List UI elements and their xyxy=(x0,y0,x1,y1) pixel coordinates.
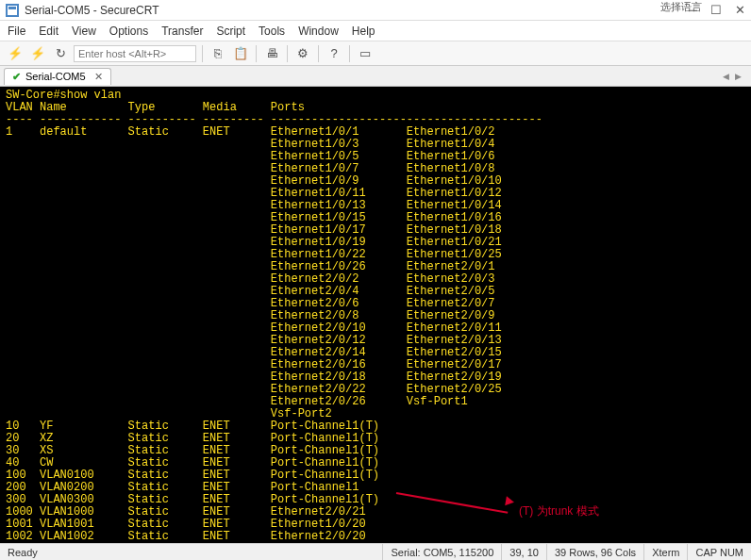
status-cursor-pos: 39, 10 xyxy=(502,544,547,560)
menu-file[interactable]: File xyxy=(8,25,25,38)
app-icon xyxy=(6,4,19,17)
host-input[interactable] xyxy=(74,45,196,62)
separator xyxy=(256,45,257,62)
print-icon[interactable]: 🖶 xyxy=(262,44,281,63)
status-size: 39 Rows, 96 Cols xyxy=(547,544,644,560)
status-ready: Ready xyxy=(0,544,383,560)
separator xyxy=(349,45,350,62)
menu-window[interactable]: Window xyxy=(298,25,339,38)
separator xyxy=(287,45,288,62)
window-title: Serial-COM5 - SecureCRT xyxy=(25,4,689,17)
tab-label: Serial-COM5 xyxy=(25,71,86,82)
svg-rect-2 xyxy=(8,7,16,9)
tab-serial-com5[interactable]: ✔ Serial-COM5 ✕ xyxy=(4,68,111,85)
tab-bar: ✔ Serial-COM5 ✕ ◀ ▶ xyxy=(0,66,751,87)
check-icon: ✔ xyxy=(12,71,21,83)
status-bar: Ready Serial: COM5, 115200 39, 10 39 Row… xyxy=(0,543,751,560)
help-icon[interactable]: ? xyxy=(325,44,343,63)
reconnect-icon[interactable]: ↻ xyxy=(51,44,70,63)
menu-transfer[interactable]: Transfer xyxy=(161,25,203,38)
toolbar: ⚡ ⚡ ↻ ⎘ 📋 🖶 ⚙ ? ▭ xyxy=(0,41,751,66)
status-caps: CAP NUM xyxy=(688,544,751,560)
settings-icon[interactable]: ⚙ xyxy=(293,44,312,63)
status-mode: Xterm xyxy=(644,544,688,560)
tab-close-icon[interactable]: ✕ xyxy=(94,71,103,83)
menu-edit[interactable]: Edit xyxy=(39,25,58,38)
tab-next-icon[interactable]: ▶ xyxy=(735,72,742,81)
close-button[interactable]: ✕ xyxy=(735,3,745,17)
tab-prev-icon[interactable]: ◀ xyxy=(723,72,729,81)
connect-icon[interactable]: ⚡ xyxy=(6,44,25,63)
title-bar: Serial-COM5 - SecureCRT ─ ☐ ✕ xyxy=(0,0,751,21)
separator xyxy=(202,45,203,62)
menu-tools[interactable]: Tools xyxy=(259,25,285,38)
menu-help[interactable]: Help xyxy=(352,25,376,38)
copy-icon[interactable]: ⎘ xyxy=(209,44,227,63)
terminal[interactable]: (T) 为trunk 模式 SW-Core#show vlanVLAN Name… xyxy=(0,87,751,543)
separator xyxy=(318,45,319,62)
menu-options[interactable]: Options xyxy=(109,25,148,38)
status-connection: Serial: COM5, 115200 xyxy=(383,544,502,560)
maximize-button[interactable]: ☐ xyxy=(710,3,722,17)
lang-label: 选择语言 xyxy=(660,0,702,14)
window-icon[interactable]: ▭ xyxy=(356,44,375,63)
menu-view[interactable]: View xyxy=(72,25,96,38)
paste-icon[interactable]: 📋 xyxy=(231,44,250,63)
menu-bar: File Edit View Options Transfer Script T… xyxy=(0,21,751,41)
quick-connect-icon[interactable]: ⚡ xyxy=(28,44,47,63)
menu-script[interactable]: Script xyxy=(216,25,245,38)
